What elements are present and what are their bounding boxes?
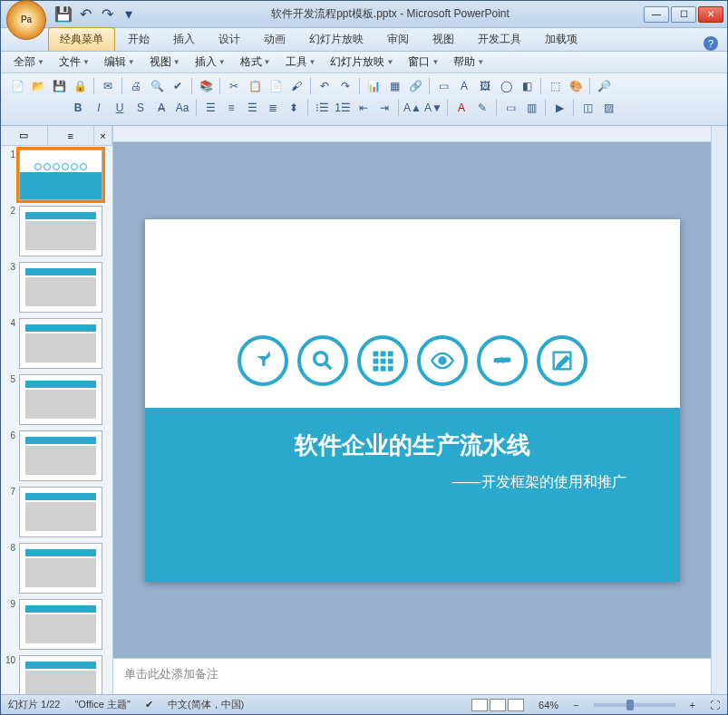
- highlight-icon[interactable]: ✎: [473, 99, 491, 117]
- redo-icon[interactable]: ↷: [336, 77, 354, 95]
- menu-window[interactable]: 窗口▼: [403, 53, 444, 72]
- thumbnail-slide[interactable]: [19, 206, 102, 256]
- menu-all[interactable]: 全部▼: [8, 53, 50, 72]
- status-language[interactable]: 中文(简体，中国): [168, 698, 244, 711]
- strikethrough-icon[interactable]: A̶: [152, 99, 170, 117]
- fit-window-button[interactable]: ⛶: [710, 700, 720, 710]
- table-icon[interactable]: ▦: [385, 77, 403, 95]
- save-icon[interactable]: 💾: [50, 77, 68, 95]
- numbering-icon[interactable]: 1☰: [334, 99, 352, 117]
- paste-icon[interactable]: 📄: [267, 77, 285, 95]
- shadow-icon[interactable]: S: [131, 99, 150, 117]
- status-spellcheck-icon[interactable]: ✔: [145, 699, 153, 710]
- distribute-icon[interactable]: ⬍: [285, 99, 303, 117]
- slide-canvas-area[interactable]: 软件企业的生产流水线 ——开发框架的使用和推广: [113, 142, 711, 658]
- menu-edit[interactable]: 编辑▼: [99, 53, 141, 72]
- align-left-icon[interactable]: ☰: [201, 99, 219, 117]
- menu-help[interactable]: 帮助▼: [448, 53, 490, 72]
- shapes-icon[interactable]: ◯: [497, 77, 515, 95]
- tab-developer[interactable]: 开发工具: [467, 28, 532, 51]
- minimize-button[interactable]: —: [644, 6, 669, 23]
- thumbnail-slide[interactable]: [19, 262, 102, 313]
- hyperlink-icon[interactable]: 🔗: [406, 77, 424, 95]
- tab-design[interactable]: 设计: [208, 28, 251, 51]
- menu-view[interactable]: 视图▼: [144, 53, 186, 72]
- preview-icon[interactable]: 🔍: [148, 77, 166, 95]
- close-button[interactable]: ✕: [698, 6, 723, 23]
- undo-icon[interactable]: ↶: [315, 77, 334, 95]
- layout-icon[interactable]: ▥: [522, 99, 540, 117]
- outline-tab-slides[interactable]: ▭: [1, 126, 48, 145]
- notes-pane[interactable]: 单击此处添加备注: [113, 658, 711, 694]
- thumbnail-slide[interactable]: [19, 599, 102, 650]
- thumbnail-slide[interactable]: [19, 318, 102, 369]
- smartart-icon[interactable]: ◧: [518, 77, 536, 95]
- tab-slideshow[interactable]: 幻灯片放映: [298, 28, 374, 51]
- outline-tab-outline[interactable]: ≡: [48, 126, 95, 145]
- copy-icon[interactable]: 📋: [246, 77, 264, 95]
- tab-view[interactable]: 视图: [422, 28, 465, 51]
- design-icon[interactable]: ◫: [578, 99, 597, 117]
- open-icon[interactable]: 📂: [29, 77, 47, 95]
- office-button[interactable]: Pa: [6, 0, 46, 40]
- menu-format[interactable]: 格式▼: [235, 53, 277, 72]
- redo-icon[interactable]: ↷: [99, 6, 115, 23]
- thumbnail-row[interactable]: 5: [5, 374, 109, 425]
- permission-icon[interactable]: 🔒: [71, 77, 89, 95]
- help-icon[interactable]: ?: [704, 36, 718, 51]
- slide-canvas[interactable]: 软件企业的生产流水线 ——开发框架的使用和推广: [145, 219, 680, 582]
- underline-icon[interactable]: U: [111, 99, 129, 117]
- tab-animation[interactable]: 动画: [253, 28, 296, 51]
- thumbnail-row[interactable]: 2: [5, 206, 109, 256]
- save-icon[interactable]: 💾: [55, 6, 72, 23]
- tab-review[interactable]: 审阅: [376, 28, 420, 51]
- undo-icon[interactable]: ↶: [77, 6, 93, 23]
- zoom-in-button[interactable]: +: [690, 700, 695, 710]
- justify-icon[interactable]: ≣: [264, 99, 282, 117]
- format-painter-icon[interactable]: 🖌: [287, 77, 306, 95]
- arrange-icon[interactable]: ⬚: [546, 77, 564, 95]
- thumbnail-row[interactable]: 6: [5, 430, 109, 481]
- normal-view-button[interactable]: [471, 699, 488, 711]
- wordart-icon[interactable]: A: [455, 77, 473, 95]
- zoom-slider[interactable]: [594, 703, 675, 707]
- menu-file[interactable]: 文件▼: [53, 53, 95, 72]
- italic-icon[interactable]: I: [90, 99, 108, 117]
- tab-classic-menu[interactable]: 经典菜单: [48, 27, 115, 51]
- new-icon[interactable]: 📄: [8, 77, 26, 95]
- outline-close-button[interactable]: ×: [94, 126, 112, 145]
- thumbnail-row[interactable]: 4: [5, 318, 109, 369]
- thumbnail-row[interactable]: 3: [5, 262, 109, 313]
- background-icon[interactable]: ▨: [599, 99, 617, 117]
- textbox-icon[interactable]: ▭: [434, 77, 452, 95]
- menu-slideshow[interactable]: 幻灯片放映▼: [325, 53, 399, 72]
- zoom-out-button[interactable]: −: [573, 700, 578, 710]
- find-icon[interactable]: 🔎: [595, 77, 613, 95]
- slide-title[interactable]: 软件企业的生产流水线: [295, 430, 530, 461]
- thumbnail-row[interactable]: 9: [5, 599, 109, 650]
- indent-inc-icon[interactable]: ⇥: [375, 99, 393, 117]
- slideshow-view-button[interactable]: [508, 699, 524, 711]
- thumbnail-slide[interactable]: [19, 374, 102, 425]
- quick-styles-icon[interactable]: 🎨: [567, 77, 585, 95]
- email-icon[interactable]: ✉: [99, 77, 117, 95]
- thumbnail-slide[interactable]: [19, 150, 102, 200]
- zoom-level[interactable]: 64%: [539, 700, 558, 710]
- clipart-icon[interactable]: 🖼: [476, 77, 494, 95]
- thumbnail-slide[interactable]: [19, 543, 102, 594]
- print-icon[interactable]: 🖨: [127, 77, 145, 95]
- new-slide-icon[interactable]: ▭: [501, 99, 519, 117]
- qat-dropdown-icon[interactable]: ▾: [121, 6, 137, 23]
- thumbnail-slide[interactable]: [19, 655, 102, 694]
- menu-insert[interactable]: 插入▼: [189, 53, 231, 72]
- thumbnail-row[interactable]: 1: [5, 150, 109, 200]
- font-grow-icon[interactable]: A▲: [403, 99, 422, 117]
- cut-icon[interactable]: ✂: [225, 77, 243, 95]
- thumbnail-row[interactable]: 10: [5, 655, 109, 694]
- thumbnail-row[interactable]: 7: [5, 487, 109, 537]
- font-shrink-icon[interactable]: A▼: [424, 99, 442, 117]
- menu-tools[interactable]: 工具▼: [280, 53, 322, 72]
- sorter-view-button[interactable]: [490, 699, 506, 711]
- align-right-icon[interactable]: ☰: [243, 99, 261, 117]
- tab-addins[interactable]: 加载项: [534, 28, 588, 51]
